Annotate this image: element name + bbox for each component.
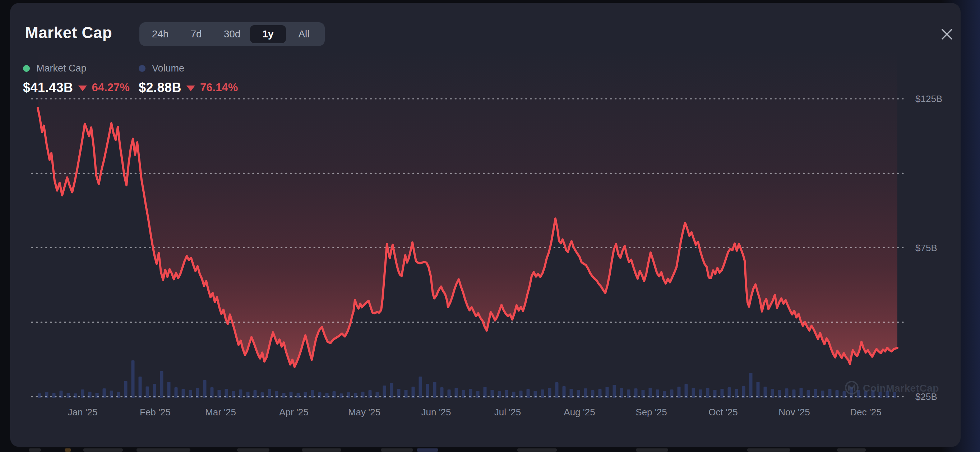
volume-bar bbox=[203, 380, 207, 398]
volume-dot-icon bbox=[138, 65, 145, 72]
market-cap-value: $41.43B bbox=[23, 80, 73, 95]
volume-bar bbox=[167, 382, 171, 398]
x-axis-label: Dec '25 bbox=[850, 407, 881, 417]
volume-bar bbox=[685, 384, 688, 398]
down-triangle-icon bbox=[78, 86, 87, 91]
close-button[interactable] bbox=[936, 24, 958, 45]
volume-bar bbox=[318, 392, 321, 398]
volume-bar bbox=[678, 387, 681, 398]
volume-bar bbox=[749, 373, 752, 398]
x-axis-label: Jun '25 bbox=[421, 407, 451, 417]
tab-7d[interactable]: 7d bbox=[178, 25, 214, 43]
background-page-sliver bbox=[517, 449, 557, 452]
market-cap-dot-icon bbox=[23, 65, 30, 72]
x-axis-label: May '25 bbox=[348, 407, 380, 417]
volume-bar bbox=[160, 371, 164, 398]
market-cap-area-fill bbox=[38, 50, 897, 367]
x-axis-label: Sep '25 bbox=[635, 407, 667, 417]
down-triangle-icon bbox=[186, 86, 195, 91]
legend-market-cap[interactable]: Market Cap $41.43B 64.27% bbox=[23, 62, 130, 95]
tab-24h[interactable]: 24h bbox=[142, 25, 178, 43]
market-cap-label: Market Cap bbox=[36, 63, 87, 74]
x-axis-label: Aug '25 bbox=[564, 407, 595, 417]
x-axis-label: Jul '25 bbox=[494, 407, 521, 417]
volume-bar bbox=[814, 389, 817, 398]
volume-bar bbox=[282, 393, 286, 398]
background-page-sliver bbox=[237, 449, 269, 452]
x-axis-label: Mar '25 bbox=[205, 407, 236, 417]
x-axis-label: Feb '25 bbox=[140, 407, 171, 417]
volume-bar bbox=[555, 382, 558, 398]
volume-label: Volume bbox=[152, 63, 184, 74]
volume-bar bbox=[433, 382, 436, 398]
background-page-sliver bbox=[29, 449, 41, 452]
volume-bar bbox=[132, 360, 135, 398]
background-page-sliver bbox=[417, 449, 438, 452]
volume-value: $2.88B bbox=[138, 80, 181, 95]
volume-bar bbox=[38, 393, 41, 398]
x-axis-label: Apr '25 bbox=[279, 407, 309, 417]
volume-bar bbox=[340, 393, 343, 398]
volume-bar bbox=[326, 393, 329, 398]
volume-bar bbox=[138, 377, 142, 398]
coinmarketcap-watermark: CoinMarketCap bbox=[844, 380, 939, 397]
volume-bar bbox=[390, 383, 393, 398]
volume-bar bbox=[692, 388, 695, 398]
volume-bar bbox=[74, 393, 77, 398]
volume-bar bbox=[124, 381, 127, 398]
volume-bar bbox=[757, 382, 760, 398]
tab-1y[interactable]: 1y bbox=[250, 25, 286, 43]
background-page-sliver bbox=[837, 449, 866, 452]
background-page-sliver bbox=[747, 449, 790, 452]
legend-volume[interactable]: Volume $2.88B 76.14% bbox=[138, 62, 238, 95]
volume-bar bbox=[146, 387, 149, 398]
page-title: Market Cap bbox=[25, 24, 112, 42]
market-cap-change: 64.27% bbox=[92, 81, 130, 94]
volume-bar bbox=[829, 389, 832, 398]
page-background: $125B$75B$25BJan '25Feb '25Mar '25Apr '2… bbox=[0, 0, 980, 452]
volume-bar bbox=[95, 393, 99, 398]
volume-bar bbox=[354, 393, 358, 398]
volume-bar bbox=[52, 393, 56, 398]
background-page-sliver bbox=[65, 449, 71, 452]
background-page-sliver bbox=[636, 449, 668, 452]
coinmarketcap-logo-icon bbox=[844, 380, 859, 397]
background-page-sliver bbox=[83, 449, 123, 452]
watermark-text: CoinMarketCap bbox=[863, 383, 939, 394]
volume-bar bbox=[67, 393, 70, 398]
background-page-sliver bbox=[137, 449, 190, 452]
y-axis-label-75b: $75B bbox=[915, 242, 937, 253]
tab-30d[interactable]: 30d bbox=[214, 25, 250, 43]
volume-bar bbox=[153, 384, 156, 398]
background-page-sliver bbox=[302, 449, 341, 452]
y-axis-label-125b: $125B bbox=[915, 94, 942, 104]
tab-all[interactable]: All bbox=[286, 25, 322, 43]
close-icon bbox=[941, 28, 953, 41]
volume-bar bbox=[426, 384, 429, 398]
volume-change: 76.14% bbox=[200, 81, 238, 94]
volume-bar bbox=[419, 377, 422, 398]
x-axis-label: Oct '25 bbox=[708, 407, 738, 417]
x-axis-label: Nov '25 bbox=[778, 407, 810, 417]
x-axis-label: Jan '25 bbox=[68, 407, 97, 417]
time-range-tabbar: 24h 7d 30d 1y All bbox=[139, 22, 325, 46]
volume-bar bbox=[297, 393, 300, 398]
background-page-sliver bbox=[381, 449, 413, 452]
